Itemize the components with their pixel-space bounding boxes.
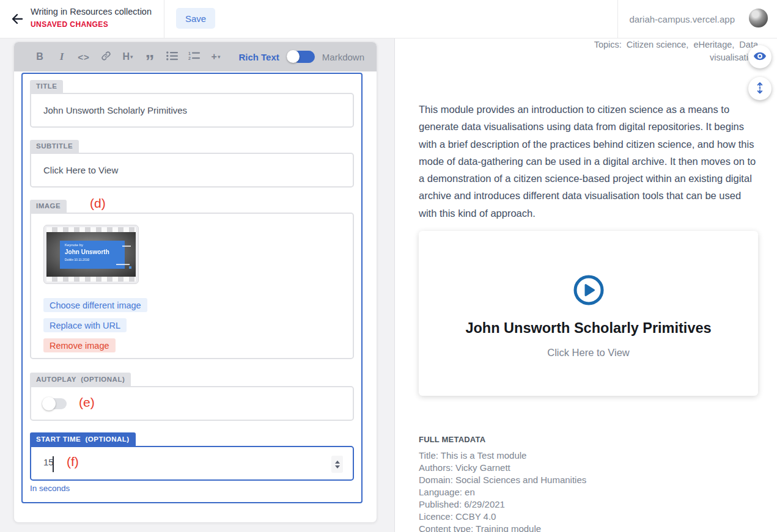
keynote-title-box: Keynote by John Unsworth Dublin 10.11.20…: [60, 241, 125, 269]
editor-mode-controls: Rich Text Markdown: [238, 50, 364, 64]
bulleted-list-icon: [166, 51, 178, 62]
thumbnail-signature: [116, 264, 130, 265]
code-icon: <>: [78, 52, 90, 62]
scroll-sync-button[interactable]: [748, 77, 771, 100]
metadata-row: Language: en: [419, 486, 759, 498]
mode-toggle[interactable]: [287, 50, 315, 64]
heading-button[interactable]: H▾: [117, 48, 139, 66]
italic-button[interactable]: I: [51, 48, 73, 66]
start-time-field-label: START TIME (OPTIONAL): [30, 432, 136, 446]
back-arrow-icon: [10, 19, 25, 28]
bold-button[interactable]: B: [29, 48, 51, 66]
svg-text:2: 2: [188, 56, 191, 60]
metadata-rows: Title: This is a Test module Authors: Vi…: [419, 450, 759, 532]
rich-text-label: Rich Text: [238, 52, 279, 62]
toggle-knob: [287, 50, 300, 63]
quote-button[interactable]: ”: [139, 48, 161, 66]
autoplay-widget: (e): [30, 386, 354, 421]
annotation-d: (d): [90, 196, 106, 211]
link-button[interactable]: [95, 48, 117, 66]
heading-icon: H: [122, 51, 130, 62]
metadata-row: Content type: Training module: [419, 523, 759, 532]
site-url-link[interactable]: dariah-campus.vercel.app: [629, 14, 735, 24]
title-input[interactable]: [30, 93, 354, 128]
image-thumbnail[interactable]: Keynote by John Unsworth Dublin 10.11.20…: [43, 225, 139, 284]
code-button[interactable]: <>: [73, 48, 95, 66]
video-preview-card[interactable]: John Unsworth Scholarly Primitives Click…: [419, 231, 758, 396]
thumbnail-picture: Keynote by John Unsworth Dublin 10.11.20…: [46, 232, 136, 277]
thumbnail-dash: [122, 246, 131, 247]
back-button[interactable]: [9, 10, 27, 29]
thumbnail-text-name: John Unsworth: [65, 249, 125, 255]
scroll-sync-icon: [753, 81, 767, 97]
autoplay-toggle-knob: [42, 397, 56, 410]
numbered-list-icon: 12: [188, 51, 200, 62]
preview-visibility-button[interactable]: [748, 45, 771, 68]
cms-editor-screen: Writing in Resources collection UNSAVED …: [0, 0, 777, 532]
choose-different-image-button[interactable]: Choose different image: [43, 298, 147, 312]
step-up-icon: [335, 461, 340, 464]
filmstrip-bottom: [46, 277, 136, 282]
markdown-label: Markdown: [322, 52, 364, 62]
plus-icon: +: [212, 51, 217, 62]
video-card-title: John Unsworth Scholarly Primitives: [419, 320, 758, 337]
autoplay-field-label: AUTOPLAY (OPTIONAL): [30, 373, 131, 386]
add-component-button[interactable]: +▾: [205, 48, 227, 66]
bulleted-list-button[interactable]: [161, 48, 183, 66]
italic-icon: I: [60, 51, 64, 63]
remove-image-button[interactable]: Remove image: [43, 338, 116, 352]
metadata-row: Published: 6/29/2021: [419, 498, 759, 511]
preview-pane: Topics: Citizen science, eHeritage, Data…: [395, 38, 777, 532]
thumbnail-text-date: Dublin 10.11.2010: [65, 258, 125, 261]
start-time-widget: (f): [30, 446, 354, 481]
step-down-icon: [335, 465, 340, 468]
topbar-divider-right: [617, 0, 618, 38]
topbar: Writing in Resources collection UNSAVED …: [0, 0, 777, 38]
chevron-down-icon: ▾: [218, 54, 221, 60]
number-stepper[interactable]: [331, 456, 343, 473]
annotation-e: (e): [79, 395, 95, 410]
topics-line: Topics: Citizen science, eHeritage, Data…: [575, 38, 758, 64]
video-component-fieldset: TITLE SUBTITLE IMAGE (d) Keynote by John…: [21, 73, 363, 503]
annotation-f: (f): [67, 454, 79, 469]
quote-icon: ”: [145, 58, 155, 64]
metadata-row: Authors: Vicky Garnett: [419, 462, 759, 474]
metadata-row: Domain: Social Sciences and Humanities: [419, 474, 759, 486]
entry-title: Writing in Resources collection: [31, 7, 152, 16]
bold-icon: B: [36, 51, 43, 62]
replace-with-url-button[interactable]: Replace with URL: [43, 318, 127, 332]
editor-card: B I <> H▾ ” 12 +▾ Rich Text: [13, 42, 377, 523]
entry-title-block: Writing in Resources collection UNSAVED …: [31, 7, 152, 29]
image-widget: Keynote by John Unsworth Dublin 10.11.20…: [30, 213, 354, 359]
video-card-subtitle: Click Here to View: [419, 347, 758, 359]
start-time-hint: In seconds: [30, 484, 70, 493]
module-description: This module provides an introduction to …: [419, 101, 760, 222]
eye-icon: [753, 49, 767, 65]
richtext-toolbar: B I <> H▾ ” 12 +▾ Rich Text: [14, 42, 377, 71]
filmstrip-top: [46, 227, 136, 232]
autoplay-toggle[interactable]: [42, 397, 67, 410]
svg-text:1: 1: [188, 51, 191, 56]
metadata-row: Licence: CCBY 4.0: [419, 511, 759, 523]
image-field-label: IMAGE: [30, 200, 67, 213]
link-icon: [101, 51, 111, 63]
metadata-heading: FULL METADATA: [419, 435, 759, 444]
numbered-list-button[interactable]: 12: [183, 48, 205, 66]
title-field-label: TITLE: [30, 80, 63, 93]
chevron-down-icon: ▾: [130, 54, 133, 60]
subtitle-field-label: SUBTITLE: [30, 140, 79, 153]
text-cursor: [53, 456, 54, 472]
user-avatar[interactable]: [749, 9, 768, 27]
play-icon: [419, 274, 758, 309]
metadata-row: Title: This is a Test module: [419, 450, 759, 462]
topbar-divider-left: [164, 0, 164, 38]
thumbnail-dot: [129, 266, 131, 269]
unsaved-changes-status: UNSAVED CHANGES: [31, 20, 152, 29]
save-button[interactable]: Save: [176, 8, 215, 29]
full-metadata-section: FULL METADATA Title: This is a Test modu…: [419, 435, 759, 532]
subtitle-input[interactable]: [30, 153, 354, 188]
thumbnail-text-small: Keynote by: [65, 243, 125, 247]
